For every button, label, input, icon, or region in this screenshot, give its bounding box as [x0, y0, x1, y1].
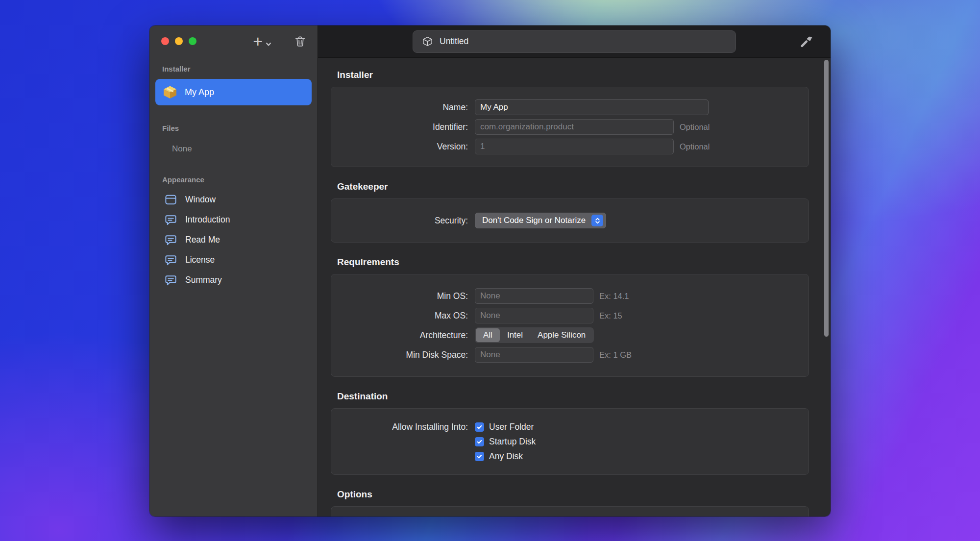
version-input[interactable]: [475, 139, 674, 154]
chevron-down-icon: [265, 41, 272, 48]
close-window-button[interactable]: [161, 37, 169, 45]
installer-group-box: Name: Identifier: Optional Version: Opti…: [331, 87, 809, 167]
sidebar-item-label: My App: [185, 87, 214, 98]
options-section-heading: Options: [337, 489, 809, 500]
document-title-field[interactable]: Untitled: [413, 30, 736, 53]
sidebar: + Installer: [149, 25, 318, 516]
build-button[interactable]: [798, 34, 814, 51]
cube-outline-icon: [422, 36, 433, 47]
app-window: + Installer: [149, 25, 831, 516]
version-label: Version:: [331, 142, 468, 152]
destination-section-heading: Destination: [337, 391, 809, 402]
up-down-chevrons-icon: [591, 215, 603, 226]
checkbox-label: Any Disk: [489, 451, 523, 462]
sidebar-item-my-app[interactable]: My App: [155, 79, 312, 105]
main-panel: Untitled Installer Name: Identifier:: [318, 25, 831, 516]
gatekeeper-group-box: Security: Don't Code Sign or Notarize: [331, 198, 809, 243]
hammer-icon: [798, 34, 814, 49]
destination-group-box: Allow Installing Into: User Folder: [331, 408, 809, 475]
minimize-window-button[interactable]: [175, 37, 183, 45]
requirements-section-heading: Requirements: [337, 257, 809, 268]
checkbox-label: Startup Disk: [489, 437, 536, 447]
min-os-input[interactable]: [475, 288, 593, 304]
checkbox-checked-icon[interactable]: [475, 452, 484, 461]
min-disk-space-label: Min Disk Space:: [331, 350, 468, 360]
checkbox-row-any-disk[interactable]: Any Disk: [475, 449, 536, 464]
sidebar-item-introduction[interactable]: Introduction: [149, 210, 318, 230]
min-os-hint: Ex: 14.1: [599, 292, 629, 301]
sidebar-item-license[interactable]: License: [149, 250, 318, 270]
name-input[interactable]: [475, 99, 709, 115]
delete-item-button[interactable]: [294, 35, 307, 48]
segment-intel[interactable]: Intel: [500, 328, 530, 342]
security-popup-button[interactable]: Don't Code Sign or Notarize: [475, 213, 606, 228]
allow-installing-into-label: Allow Installing Into:: [331, 419, 468, 434]
sidebar-item-read-me[interactable]: Read Me: [149, 230, 318, 250]
sidebar-item-label: Introduction: [185, 215, 230, 225]
checkbox-label: User Folder: [489, 422, 534, 432]
checkbox-checked-icon[interactable]: [475, 437, 484, 446]
sidebar-header: +: [149, 25, 318, 57]
package-icon: [162, 84, 178, 100]
identifier-input[interactable]: [475, 119, 674, 135]
trash-icon: [294, 35, 307, 48]
checkbox-row-startup-disk[interactable]: Startup Disk: [475, 434, 536, 449]
files-empty-label: None: [149, 144, 318, 154]
titlebar: Untitled: [318, 25, 831, 58]
architecture-label: Architecture:: [331, 330, 468, 341]
add-item-button[interactable]: +: [253, 35, 272, 48]
security-label: Security:: [331, 216, 468, 226]
checkbox-row-user-folder[interactable]: User Folder: [475, 419, 536, 434]
identifier-hint: Optional: [680, 123, 710, 132]
document-title: Untitled: [440, 36, 468, 47]
sidebar-item-label: Window: [185, 195, 216, 205]
sidebar-section-installer: Installer: [149, 65, 318, 73]
sidebar-section-files: Files: [149, 124, 318, 132]
min-disk-space-hint: Ex: 1 GB: [599, 350, 632, 360]
sidebar-item-window[interactable]: Window: [149, 190, 318, 210]
max-os-label: Max OS:: [331, 311, 468, 321]
sidebar-item-summary[interactable]: Summary: [149, 270, 318, 290]
architecture-segmented-control: All Intel Apple Silicon: [475, 327, 594, 343]
sidebar-item-label: Read Me: [185, 235, 220, 245]
speech-bubble-icon: [164, 273, 177, 287]
vertical-scrollbar-thumb[interactable]: [824, 60, 829, 337]
segment-apple-silicon[interactable]: Apple Silicon: [530, 328, 593, 342]
plus-icon: +: [253, 35, 263, 48]
speech-bubble-icon: [164, 213, 177, 226]
options-group-box: [331, 506, 809, 516]
sidebar-item-label: License: [185, 255, 215, 265]
identifier-label: Identifier:: [331, 122, 468, 132]
checkbox-checked-icon[interactable]: [475, 422, 484, 432]
sidebar-item-label: Summary: [185, 275, 222, 285]
speech-bubble-icon: [164, 253, 177, 267]
gatekeeper-section-heading: Gatekeeper: [337, 181, 809, 192]
requirements-group-box: Min OS: Ex: 14.1 Max OS: Ex: 15 Architec…: [331, 274, 809, 377]
max-os-hint: Ex: 15: [599, 311, 622, 320]
speech-bubble-icon: [164, 233, 177, 246]
segment-all[interactable]: All: [476, 328, 500, 342]
security-popup-value: Don't Code Sign or Notarize: [482, 216, 586, 225]
zoom-window-button[interactable]: [189, 37, 196, 45]
version-hint: Optional: [680, 142, 710, 151]
installer-section-heading: Installer: [337, 70, 809, 80]
min-disk-space-input[interactable]: [475, 347, 593, 363]
sidebar-section-appearance: Appearance: [149, 175, 318, 184]
traffic-lights: [161, 37, 196, 45]
max-os-input[interactable]: [475, 308, 593, 323]
window-icon: [164, 193, 177, 206]
name-label: Name:: [331, 102, 468, 113]
content-scroll-area[interactable]: Installer Name: Identifier: Optional Ver…: [318, 58, 831, 516]
min-os-label: Min OS:: [331, 291, 468, 301]
